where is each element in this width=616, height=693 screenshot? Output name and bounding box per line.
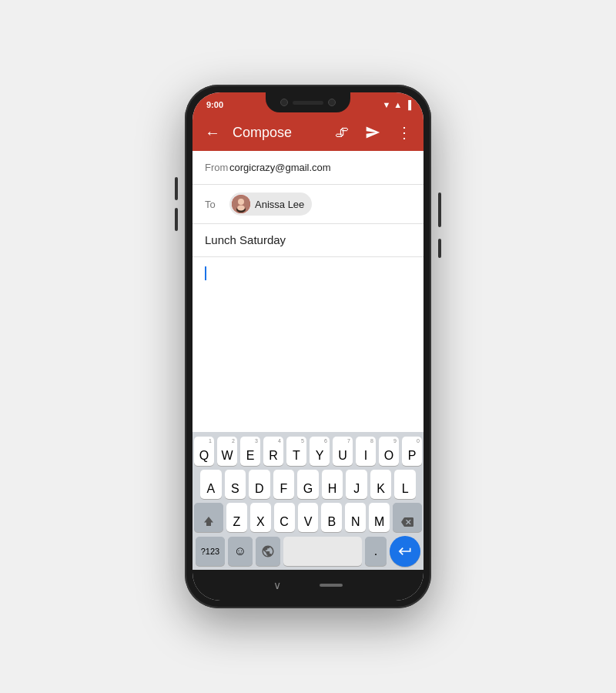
key-u[interactable]: 7 U (333, 437, 353, 466)
to-label: To (205, 199, 229, 210)
backspace-button[interactable] (393, 503, 422, 532)
speaker-icon (293, 101, 323, 105)
subject-text: Lunch Saturday (205, 233, 286, 246)
key-p[interactable]: 0 P (402, 437, 422, 466)
from-label: From (205, 162, 229, 173)
key-b[interactable]: B (321, 503, 342, 532)
battery-icon: ▐ (405, 100, 411, 109)
period-button[interactable]: . (365, 537, 387, 566)
key-i[interactable]: 8 I (356, 437, 376, 466)
emoji-icon: ☺ (234, 544, 246, 558)
key-j[interactable]: J (346, 470, 367, 499)
globe-icon (261, 544, 275, 558)
key-v[interactable]: V (298, 503, 319, 532)
status-time: 9:00 (205, 100, 223, 109)
key-n[interactable]: N (345, 503, 366, 532)
numbers-label: ?123 (201, 547, 219, 556)
key-d[interactable]: D (249, 470, 270, 499)
text-cursor (205, 266, 206, 280)
avatar-image (232, 195, 250, 213)
from-field-row: From corgicrazy@gmail.com (192, 151, 424, 185)
key-l[interactable]: L (394, 470, 416, 499)
keyboard-bottom-row: ?123 ☺ . (194, 536, 422, 567)
svg-point-1 (238, 199, 244, 205)
enter-button[interactable] (390, 536, 420, 567)
key-x[interactable]: X (250, 503, 271, 532)
key-q[interactable]: 1 Q (194, 437, 214, 466)
wifi-icon: ▼ (382, 100, 390, 109)
more-options-button[interactable]: ⋮ (390, 119, 417, 146)
from-value: corgicrazy@gmail.com (229, 162, 411, 173)
app-bar-actions: 🖇 ⋮ (328, 119, 417, 146)
key-t[interactable]: 5 T (286, 437, 306, 466)
back-button[interactable]: ← (199, 119, 226, 146)
key-r[interactable]: 4 R (263, 437, 283, 466)
more-icon: ⋮ (397, 123, 411, 142)
signal-icon: ▲ (393, 100, 402, 109)
globe-button[interactable] (256, 537, 280, 566)
keyboard-row-3: Z X C V B N M (194, 503, 422, 532)
nav-home-indicator[interactable] (320, 584, 343, 587)
key-a[interactable]: A (200, 470, 222, 499)
volume-down-button[interactable] (175, 208, 178, 231)
shift-button[interactable] (194, 503, 223, 532)
phone-device: 9:00 ▼ ▲ ▐ ← Compose 🖇 (185, 85, 431, 608)
svg-point-3 (237, 206, 245, 211)
key-h[interactable]: H (322, 470, 343, 499)
nav-back-icon[interactable]: ∨ (273, 579, 281, 591)
camera-icon (280, 99, 288, 106)
key-z[interactable]: Z (226, 503, 247, 532)
key-m[interactable]: M (369, 503, 390, 532)
key-s[interactable]: S (225, 470, 246, 499)
assistant-button[interactable] (438, 239, 441, 258)
key-g[interactable]: G (297, 470, 319, 499)
attach-button[interactable]: 🖇 (328, 119, 356, 146)
period-label: . (374, 544, 377, 558)
numbers-button[interactable]: ?123 (196, 537, 225, 566)
status-icons: ▼ ▲ ▐ (382, 100, 411, 109)
key-k[interactable]: K (370, 470, 392, 499)
shift-icon (202, 514, 216, 528)
recipient-name: Anissa Lee (255, 199, 304, 210)
app-bar-title: Compose (233, 125, 322, 141)
key-w[interactable]: 2 W (217, 437, 237, 466)
key-o[interactable]: 9 O (379, 437, 399, 466)
keyboard: 1 Q 2 W 3 E 4 R 5 T (192, 432, 424, 570)
key-c[interactable]: C (274, 503, 295, 532)
avatar (232, 195, 250, 213)
power-button[interactable] (438, 192, 441, 227)
keyboard-row-2: A S D F G H J (194, 470, 422, 499)
body-field-row[interactable] (192, 257, 424, 350)
key-f[interactable]: F (273, 470, 295, 499)
app-bar: ← Compose 🖇 ⋮ (192, 114, 424, 151)
key-e[interactable]: 3 E (240, 437, 260, 466)
attach-icon: 🖇 (335, 125, 349, 141)
enter-icon (397, 544, 413, 559)
keyboard-row-1: 1 Q 2 W 3 E 4 R 5 T (194, 437, 422, 466)
recipient-chip[interactable]: Anissa Lee (229, 192, 312, 216)
send-button[interactable] (359, 119, 387, 146)
back-arrow-icon: ← (205, 124, 220, 142)
nav-bar: ∨ (192, 570, 424, 601)
key-y[interactable]: 6 Y (310, 437, 330, 466)
backspace-icon (400, 516, 415, 528)
subject-field-row[interactable]: Lunch Saturday (192, 224, 424, 257)
to-field-row[interactable]: To Anissa Lee (192, 185, 424, 224)
phone-screen: 9:00 ▼ ▲ ▐ ← Compose 🖇 (192, 92, 424, 601)
send-icon (365, 125, 380, 140)
emoji-button[interactable]: ☺ (228, 537, 253, 566)
sensor-icon (328, 99, 336, 106)
space-button[interactable] (283, 537, 362, 566)
volume-up-button[interactable] (175, 177, 178, 200)
notch (266, 92, 350, 112)
